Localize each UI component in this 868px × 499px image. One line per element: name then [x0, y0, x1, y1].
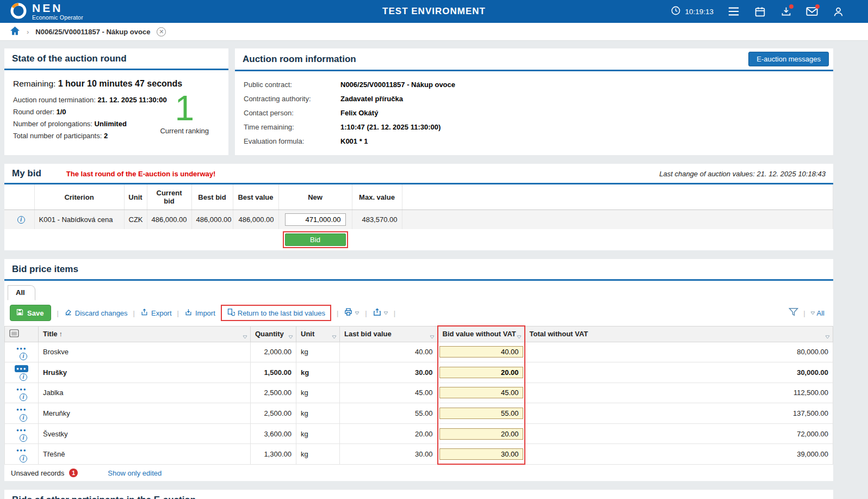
clock-icon	[671, 5, 681, 17]
bid-value-input[interactable]	[439, 428, 523, 440]
item-quantity: 3,600.00	[251, 423, 296, 444]
toolbar-separator: |	[57, 309, 58, 317]
info-icon[interactable]: i	[20, 373, 27, 381]
bid-value-input[interactable]	[439, 448, 523, 460]
info-icon[interactable]: i	[20, 353, 27, 360]
header-current-bid: Current bid	[147, 184, 191, 210]
toolbar-separator: |	[177, 309, 179, 317]
header-empty	[4, 184, 34, 210]
user-icon[interactable]	[832, 5, 844, 17]
row-menu-icon[interactable]: ●●●	[15, 386, 28, 393]
chevron-down-icon	[383, 311, 388, 315]
unsaved-records-label: Unsaved records	[11, 469, 64, 477]
item-title: Jablka	[39, 383, 251, 403]
item-last-bid: 30.00	[340, 444, 438, 465]
unit-cell: CZK	[124, 210, 147, 230]
menu-icon[interactable]	[728, 5, 740, 17]
info-icon[interactable]: i	[17, 216, 25, 224]
header-last-bid-value[interactable]: Last bid value	[340, 326, 438, 342]
info-icon[interactable]: i	[20, 455, 27, 463]
item-last-bid: 20.00	[340, 423, 438, 444]
item-quantity: 1,300.00	[251, 444, 296, 465]
bid-value-input[interactable]	[439, 367, 523, 378]
save-icon	[16, 308, 24, 318]
import-label: Import	[195, 309, 215, 317]
info-icon[interactable]: i	[20, 393, 27, 401]
other-participants-title: Bids of other participants in the E-auct…	[4, 490, 833, 499]
item-row: ●●●i Švestky 3,600.00 kg 20.00 72,000.00	[5, 423, 833, 444]
header-quantity[interactable]: Quantity	[251, 326, 296, 342]
brand-subtitle: Economic Operator	[32, 15, 83, 21]
filter-caret-icon[interactable]	[517, 332, 522, 341]
evaluation-formula: Evaluation formula:K001 * 1	[244, 134, 824, 149]
filter-caret-icon[interactable]	[332, 332, 337, 341]
breadcrumb-item[interactable]: N006/25/V00011857 - Nákup ovoce	[35, 28, 150, 36]
info-icon[interactable]: i	[20, 414, 27, 422]
info-icon[interactable]: i	[20, 434, 27, 442]
export-link[interactable]: Export	[140, 308, 172, 318]
share-menu[interactable]	[373, 307, 388, 318]
field-value: 1/0	[57, 108, 66, 116]
bid-value-input[interactable]	[439, 387, 523, 398]
field-value: 2	[104, 132, 108, 140]
top-bar: NEN Economic Operator TEST ENVIRONMENT 1…	[0, 0, 868, 23]
server-time-value: 10:19:13	[685, 8, 714, 16]
filter-caret-icon[interactable]	[243, 332, 247, 341]
filter-caret-icon[interactable]	[288, 332, 293, 341]
best-value-cell: 486,000.00	[233, 210, 278, 230]
row-menu-icon[interactable]: ●●●	[15, 345, 28, 352]
import-link[interactable]: Import	[184, 308, 215, 318]
current-bid-cell: 486,000.00	[147, 210, 191, 230]
header-unit[interactable]: Unit	[296, 326, 340, 342]
new-bid-input[interactable]	[285, 213, 346, 226]
discard-changes-link[interactable]: Discard changes	[64, 308, 128, 318]
view-filter-all[interactable]: All	[817, 309, 824, 317]
auction-state-title: State of the auction round	[4, 48, 228, 70]
header-bid-value-without-vat[interactable]: Bid value without VAT	[438, 326, 525, 342]
filter-icon[interactable]	[789, 307, 798, 318]
show-only-edited-link[interactable]: Show only edited	[108, 469, 162, 477]
item-unit: kg	[296, 383, 340, 403]
item-total: 137,500.00	[525, 403, 833, 424]
bid-value-input[interactable]	[439, 408, 523, 419]
calendar-icon[interactable]	[754, 5, 766, 17]
row-menu-icon[interactable]: ●●●	[15, 427, 28, 434]
eauction-messages-button[interactable]: E-auction messages	[748, 52, 829, 66]
max-value-cell: 483,570.00	[352, 210, 402, 230]
row-menu-icon[interactable]: ●●●	[15, 447, 28, 454]
field-value: K001 * 1	[340, 137, 368, 145]
row-menu-icon[interactable]: ●●●	[15, 365, 28, 372]
item-row-selected: ●●●i Hrušky 1,500.00 kg 30.00 30,000.00	[5, 362, 833, 383]
bid-value-input[interactable]	[439, 346, 523, 358]
bid-price-items-panel: Bid price items All Save | Discard chang…	[4, 259, 833, 481]
tab-all[interactable]: All	[8, 285, 35, 300]
table-settings-icon[interactable]	[9, 331, 19, 339]
bid-button[interactable]: Bid	[285, 233, 346, 246]
return-icon	[227, 308, 235, 318]
header-best-value: Best value	[233, 184, 278, 210]
header-best-bid: Best bid	[191, 184, 233, 210]
filter-caret-icon[interactable]	[825, 332, 830, 341]
header-title[interactable]: Title↑	[39, 326, 251, 342]
return-last-bid-values-link[interactable]: Return to the last bid values	[227, 308, 325, 318]
filler-cell	[402, 210, 833, 230]
nen-logo[interactable]: NEN Economic Operator	[10, 2, 83, 21]
header-total-without-vat[interactable]: Total without VAT	[525, 326, 833, 342]
row-menu-icon[interactable]: ●●●	[15, 406, 28, 413]
view-filter-dropdown[interactable]: All	[810, 309, 824, 317]
item-last-bid: 45.00	[340, 383, 438, 403]
item-quantity: 2,000.00	[251, 342, 296, 362]
header-quantity-label: Quantity	[255, 330, 284, 338]
home-icon[interactable]	[10, 26, 20, 37]
print-menu[interactable]	[344, 307, 359, 318]
save-button[interactable]: Save	[10, 305, 51, 321]
auction-room-title: Auction room information	[235, 53, 364, 66]
filter-caret-icon[interactable]	[430, 332, 435, 341]
mail-icon[interactable]	[806, 5, 818, 17]
my-bid-row: i K001 - Nabídková cena CZK 486,000.00 4…	[4, 210, 833, 230]
header-bid-value-label: Bid value without VAT	[443, 330, 516, 338]
download-icon[interactable]	[780, 5, 792, 17]
header-unit-label: Unit	[301, 330, 314, 338]
field-label: Time remaining:	[244, 120, 340, 134]
close-tab-icon[interactable]: ✕	[157, 27, 166, 36]
